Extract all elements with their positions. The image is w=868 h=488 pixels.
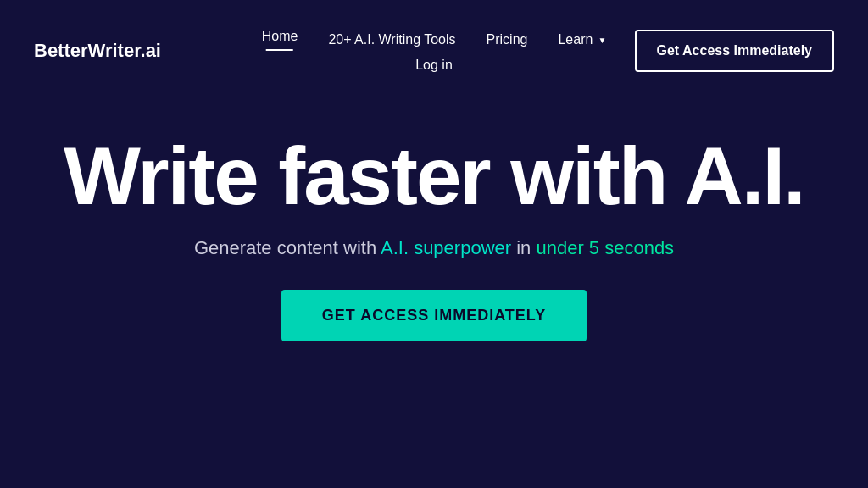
subtitle-highlight2: under 5 seconds [536, 237, 674, 258]
nav-links: Home 20+ A.I. Writing Tools Pricing Lear… [262, 29, 607, 73]
navbar: BetterWriter.ai Home 20+ A.I. Writing To… [0, 0, 868, 102]
home-underline [266, 49, 293, 51]
home-label: Home [262, 29, 298, 44]
hero-subtitle: Generate content with A.I. superpower in… [194, 237, 674, 259]
nav-top-row: Home 20+ A.I. Writing Tools Pricing Lear… [262, 29, 607, 51]
hero-title: Write faster with A.I. [64, 136, 804, 217]
nav-item-learn[interactable]: Learn ▼ [558, 32, 606, 47]
subtitle-highlight1: A.I. superpower [381, 237, 511, 258]
nav-item-pricing[interactable]: Pricing [487, 32, 528, 47]
nav-item-home[interactable]: Home [262, 29, 298, 51]
logo: BetterWriter.ai [34, 40, 161, 62]
nav-item-login[interactable]: Log in [415, 58, 453, 73]
hero-cta-button[interactable]: GET ACCESS IMMEDIATELY [281, 290, 587, 341]
nav-cta-button[interactable]: Get Access Immediately [635, 30, 835, 72]
subtitle-mid: in [511, 237, 536, 258]
nav-center-group: Home 20+ A.I. Writing Tools Pricing Lear… [262, 29, 607, 73]
learn-label: Learn [558, 32, 593, 47]
nav-item-tools[interactable]: 20+ A.I. Writing Tools [328, 32, 455, 47]
hero-section: Write faster with A.I. Generate content … [0, 102, 868, 341]
subtitle-prefix: Generate content with [194, 237, 381, 258]
chevron-down-icon: ▼ [598, 36, 606, 45]
nav-bottom-row: Log in [415, 58, 453, 73]
